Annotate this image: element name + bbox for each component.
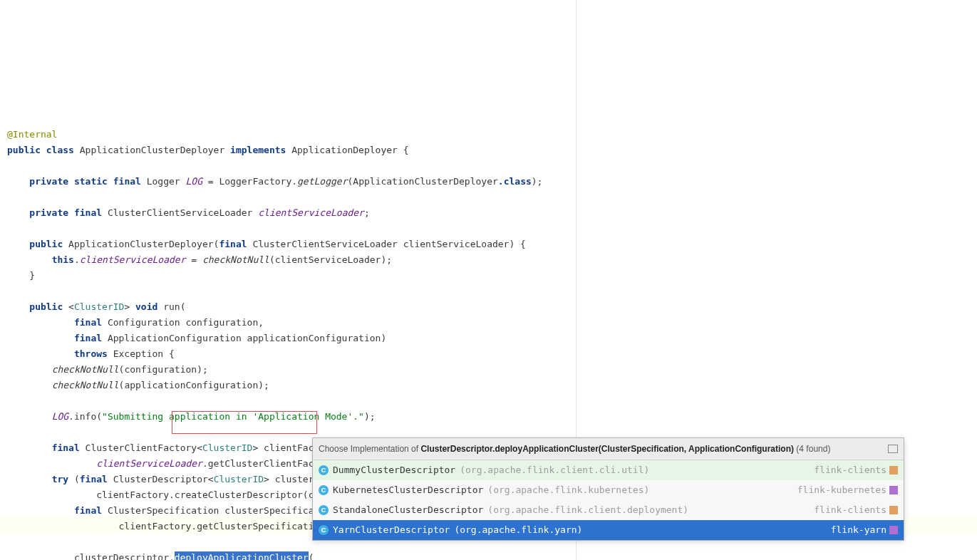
type-cd: ClusterDescriptor: [113, 474, 208, 484]
method-info: info: [74, 411, 96, 422]
keyword-private: private: [29, 176, 68, 187]
field-log-ref: LOG: [52, 411, 68, 422]
type-appconf: ApplicationConfiguration: [108, 333, 242, 343]
keyword-this: this: [52, 254, 74, 265]
type-exception: Exception: [113, 348, 163, 359]
keyword-final: final: [219, 239, 247, 249]
implementation-chooser-popup[interactable]: Choose Implementation of ClusterDescript…: [312, 437, 904, 541]
call-checknotnull: checkNotNull: [52, 364, 119, 375]
keyword-try: try: [52, 474, 68, 484]
impl-module: flink-clients: [814, 502, 898, 518]
impl-package: (org.apache.flink.client.cli.util): [460, 462, 649, 478]
impl-name: KubernetesClusterDescriptor: [333, 482, 483, 498]
type-logger: Logger: [147, 176, 180, 187]
generic-arg: ClusterID: [202, 442, 252, 453]
impl-package: (org.apache.flink.kubernetes): [487, 482, 649, 498]
var-configuration: configuration: [185, 317, 258, 328]
type-configuration: Configuration: [108, 317, 180, 328]
popup-signature: ClusterDescriptor.deployApplicationClust…: [420, 444, 794, 454]
list-item[interactable]: C KubernetesClusterDescriptor (org.apach…: [313, 480, 904, 500]
keyword-throws: throws: [74, 348, 108, 359]
keyword-implements: implements: [230, 145, 286, 155]
class-icon: C: [319, 485, 329, 495]
class-loggerfactory: LoggerFactory: [219, 176, 291, 187]
param-type: ClusterClientServiceLoader: [252, 239, 398, 249]
method-run: run: [163, 301, 180, 312]
method-getcs: getClusterSpecification: [197, 521, 325, 532]
popup-header: Choose Implementation of ClusterDescript…: [313, 438, 904, 460]
generic-param: ClusterID: [74, 301, 124, 312]
call-checknotnull: checkNotNull: [52, 380, 119, 390]
module-icon: [889, 526, 898, 534]
var-cf-ref: clientFactory: [96, 489, 169, 500]
type-ccf: ClusterClientFactory: [86, 442, 197, 453]
arg-conf: configuration: [124, 364, 197, 375]
method-checknotnull: checkNotNull: [202, 254, 269, 265]
open-paren: (: [309, 552, 314, 560]
class-name: ApplicationClusterDeployer: [80, 145, 225, 155]
keyword-public: public: [29, 301, 63, 312]
param-name: clientServiceLoader: [403, 239, 510, 249]
class-arg: ApplicationClusterDeployer: [353, 176, 498, 187]
method-createcd: createClusterDescriptor: [175, 489, 303, 500]
field-csl-ref: clientServiceLoader: [96, 458, 202, 469]
impl-module: flink-clients: [814, 462, 898, 478]
field-log: LOG: [186, 176, 202, 187]
popup-prefix: Choose Implementation of: [319, 444, 420, 454]
impl-name: DummyClusterDescriptor: [333, 462, 455, 478]
arg-appconf: applicationConfiguration: [124, 380, 258, 390]
var-appconf: applicationConfiguration: [247, 333, 381, 343]
string-literal: "Submitting application in 'Application …: [102, 411, 364, 422]
selected-method[interactable]: deployApplicationCluster: [175, 551, 309, 560]
keyword-final: final: [80, 474, 108, 484]
impl-package: (org.apache.flink.client.deployment): [487, 502, 688, 518]
keyword-void: void: [135, 301, 157, 312]
keyword-private: private: [29, 207, 68, 218]
class-icon: C: [319, 505, 329, 515]
generic-arg2: ClusterID: [214, 474, 264, 484]
module-icon: [889, 506, 898, 514]
keyword-final: final: [74, 505, 102, 516]
keyword-final: final: [52, 442, 80, 453]
keyword-final: final: [74, 333, 102, 343]
impl-module: flink-yarn: [831, 522, 898, 538]
popup-count: (4 found): [794, 444, 830, 454]
class-icon: C: [319, 525, 329, 535]
type-cs: ClusterSpecification: [108, 505, 219, 516]
keyword-public: public: [29, 239, 63, 249]
impl-module: flink-kubernetes: [797, 482, 898, 498]
var-cf-ref2: clientFactory: [119, 521, 192, 532]
arg: clientServiceLoader: [275, 254, 381, 265]
type-ccsl: ClusterClientServiceLoader: [108, 207, 253, 218]
var-cd-ref: clusterDescriptor: [74, 552, 169, 560]
keyword-final: final: [74, 207, 102, 218]
field-csl: clientServiceLoader: [258, 207, 364, 218]
ctor-name: ApplicationClusterDeployer: [68, 239, 214, 249]
module-icon: [889, 486, 898, 494]
interface-name: ApplicationDeployer: [291, 145, 398, 155]
list-item[interactable]: C StandaloneClusterDescriptor (org.apach…: [313, 500, 904, 520]
keyword-class: class: [46, 145, 74, 155]
keyword-public: public: [7, 145, 41, 155]
impl-name: YarnClusterDescriptor: [333, 522, 450, 538]
keyword-final: final: [74, 317, 102, 328]
keyword-final: final: [113, 176, 141, 187]
popup-title: Choose Implementation of ClusterDescript…: [319, 441, 830, 457]
class-icon: C: [319, 465, 329, 475]
list-item-selected[interactable]: C YarnClusterDescriptor (org.apache.flin…: [313, 520, 904, 540]
impl-package: (org.apache.flink.yarn): [454, 522, 582, 538]
popup-settings-icon[interactable]: [888, 445, 898, 453]
list-item[interactable]: C DummyClusterDescriptor (org.apache.fli…: [313, 460, 904, 480]
keyword-static: static: [74, 176, 108, 187]
module-icon: [889, 466, 898, 475]
field-ref: clientServiceLoader: [80, 254, 186, 265]
dot-class: .class: [498, 176, 532, 187]
method-getlogger: getLogger: [297, 176, 347, 187]
impl-name: StandaloneClusterDescriptor: [333, 502, 483, 518]
annotation: @Internal: [7, 129, 57, 140]
